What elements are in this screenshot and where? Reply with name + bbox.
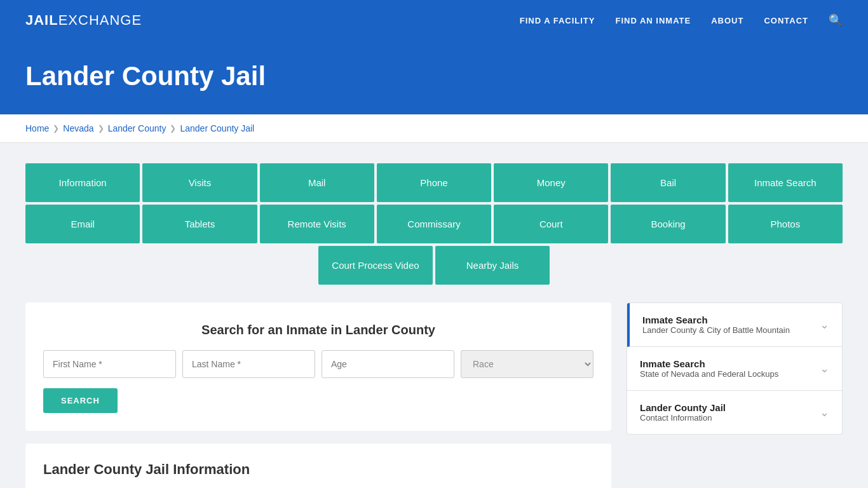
sidebar-item-title-lander: Inmate Search (642, 315, 790, 325)
btn-information[interactable]: Information (25, 163, 140, 202)
btn-email[interactable]: Email (25, 205, 140, 243)
btn-nearby-jails[interactable]: Nearby Jails (435, 246, 550, 285)
breadcrumb-sep-2: ❯ (98, 124, 104, 133)
search-panel: Search for an Inmate in Lander County Ra… (25, 302, 611, 431)
first-name-input[interactable] (43, 350, 176, 378)
info-title: Lander County Jail Information (43, 461, 593, 478)
nav-about[interactable]: ABOUT (711, 16, 743, 25)
btn-money[interactable]: Money (494, 163, 608, 202)
main-content: Information Visits Mail Phone Money Bail… (0, 143, 868, 488)
btn-mail[interactable]: Mail (260, 163, 374, 202)
main-nav: FIND A FACILITY FIND AN INMATE ABOUT CON… (520, 13, 843, 27)
breadcrumb-home[interactable]: Home (25, 123, 49, 133)
sidebar-item-text-nevada: Inmate Search State of Nevada and Federa… (640, 358, 778, 379)
breadcrumb: Home ❯ Nevada ❯ Lander County ❯ Lander C… (25, 123, 843, 133)
header: JAIL EXCHANGE FIND A FACILITY FIND AN IN… (0, 0, 868, 41)
breadcrumb-nevada[interactable]: Nevada (63, 123, 93, 133)
nav-find-facility[interactable]: FIND A FACILITY (520, 16, 595, 25)
search-button[interactable]: SEARCH (43, 388, 118, 413)
sidebar-item-subtitle-lander: Lander County & City of Battle Mountain (642, 325, 790, 335)
info-section: Lander County Jail Information (25, 444, 611, 488)
sidebar-item-contact-info[interactable]: Lander County Jail Contact Information ⌄ (627, 391, 842, 434)
btn-photos[interactable]: Photos (728, 205, 843, 243)
breadcrumb-current: Lander County Jail (180, 123, 254, 133)
sidebar-item-subtitle-contact: Contact Information (640, 413, 726, 423)
page-title: Lander County Jail (25, 61, 843, 92)
nav-buttons-row2: Email Tablets Remote Visits Commissary C… (25, 205, 843, 243)
hero-section: Lander County Jail (0, 41, 868, 114)
sidebar-item-title-contact: Lander County Jail (640, 402, 726, 413)
btn-tablets[interactable]: Tablets (142, 205, 257, 243)
sidebar-item-inmate-search-lander[interactable]: Inmate Search Lander County & City of Ba… (627, 303, 842, 347)
nav-find-inmate[interactable]: FIND AN INMATE (615, 16, 691, 25)
btn-court-process-video[interactable]: Court Process Video (318, 246, 433, 285)
content-area: Search for an Inmate in Lander County Ra… (25, 302, 843, 488)
chevron-down-icon-lander: ⌄ (820, 318, 829, 332)
search-title: Search for an Inmate in Lander County (43, 323, 593, 337)
nav-contact[interactable]: CONTACT (764, 16, 808, 25)
sidebar-card: Inmate Search Lander County & City of Ba… (627, 302, 843, 435)
btn-bail[interactable]: Bail (611, 163, 725, 202)
breadcrumb-bar: Home ❯ Nevada ❯ Lander County ❯ Lander C… (0, 114, 868, 143)
sidebar-item-subtitle-nevada: State of Nevada and Federal Lockups (640, 369, 778, 379)
chevron-down-icon-nevada: ⌄ (820, 362, 829, 376)
breadcrumb-lander-county[interactable]: Lander County (108, 123, 166, 133)
logo-jail: JAIL (25, 12, 58, 29)
btn-remote-visits[interactable]: Remote Visits (260, 205, 374, 243)
btn-inmate-search[interactable]: Inmate Search (728, 163, 843, 202)
sidebar-item-inmate-search-nevada[interactable]: Inmate Search State of Nevada and Federa… (627, 347, 842, 391)
sidebar-item-text-contact: Lander County Jail Contact Information (640, 402, 726, 423)
btn-phone[interactable]: Phone (377, 163, 491, 202)
age-input[interactable] (322, 350, 454, 378)
btn-commissary[interactable]: Commissary (377, 205, 491, 243)
left-column: Search for an Inmate in Lander County Ra… (25, 302, 611, 488)
btn-court[interactable]: Court (494, 205, 608, 243)
nav-buttons-row3: Court Process Video Nearby Jails (25, 246, 843, 285)
breadcrumb-sep-1: ❯ (53, 124, 59, 133)
race-select[interactable]: Race White Black Hispanic Asian Other (461, 350, 593, 378)
search-fields: Race White Black Hispanic Asian Other (43, 350, 593, 378)
sidebar: Inmate Search Lander County & City of Ba… (627, 302, 843, 435)
nav-buttons-row1: Information Visits Mail Phone Money Bail… (25, 163, 843, 202)
last-name-input[interactable] (182, 350, 315, 378)
logo[interactable]: JAIL EXCHANGE (25, 12, 142, 29)
chevron-down-icon-contact: ⌄ (820, 405, 829, 419)
sidebar-item-text-lander: Inmate Search Lander County & City of Ba… (642, 315, 790, 335)
sidebar-item-title-nevada: Inmate Search (640, 358, 778, 369)
header-search-icon[interactable]: 🔍 (829, 13, 843, 27)
breadcrumb-sep-3: ❯ (170, 124, 176, 133)
btn-visits[interactable]: Visits (142, 163, 257, 202)
logo-exchange: EXCHANGE (58, 12, 142, 29)
btn-booking[interactable]: Booking (611, 205, 725, 243)
